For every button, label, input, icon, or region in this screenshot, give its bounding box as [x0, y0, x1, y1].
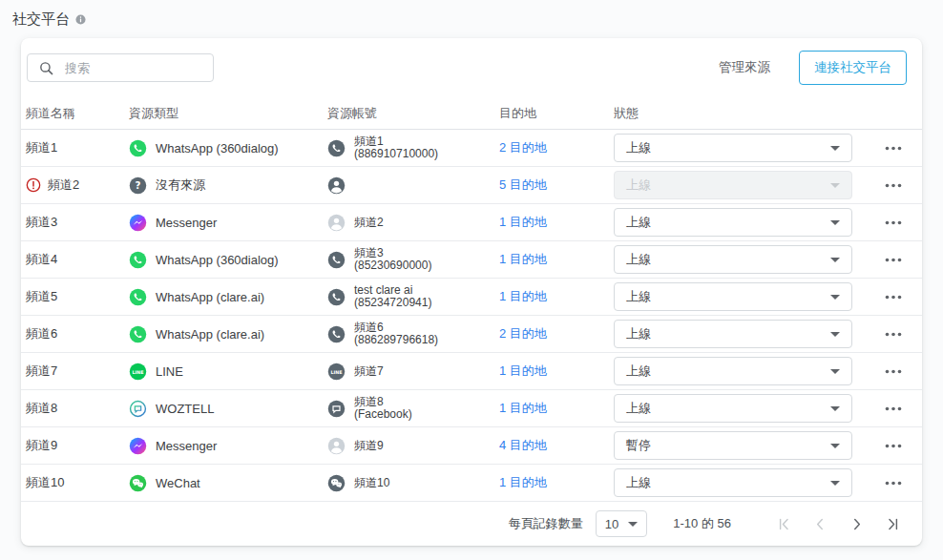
whatsapp-gray-icon — [327, 139, 346, 157]
status-select[interactable]: 上線 — [614, 282, 852, 311]
line-gray-icon: LINE — [327, 363, 346, 381]
status-value: 上線 — [626, 325, 651, 342]
status-value: 上線 — [626, 139, 651, 156]
search-input[interactable] — [63, 60, 205, 76]
status-select[interactable]: 上線 — [614, 245, 852, 274]
svg-text:LINE: LINE — [330, 369, 342, 374]
channel-name: 頻道3 — [26, 214, 57, 231]
table-row: 頻道7 LINE LINE LINE 頻道7 1 目的地 上線 — [21, 353, 922, 390]
table-row: 頻道2 ? 沒有來源 5 目的地 上線 — [21, 167, 922, 204]
column-header-destination: 目的地 — [499, 105, 614, 122]
destination-link[interactable]: 1 目的地 — [499, 289, 547, 303]
more-dots-icon — [885, 369, 902, 374]
toolbar: 管理來源 連接社交平台 — [21, 38, 922, 97]
destination-link[interactable]: 4 目的地 — [499, 438, 547, 452]
more-dots-icon — [885, 183, 902, 188]
rows-per-page-select[interactable]: 10 — [596, 510, 647, 537]
more-dots-icon — [885, 332, 902, 337]
table-body: 頻道1 WhatsApp (360dialog) 頻道1 (8869107100… — [21, 130, 922, 502]
more-actions-button[interactable] — [877, 140, 910, 156]
table-row: 頻道1 WhatsApp (360dialog) 頻道1 (8869107100… — [21, 130, 922, 167]
more-dots-icon — [885, 481, 902, 486]
table-row: 頻道6 WhatsApp (clare.ai) 頻道6 (88628979661… — [21, 316, 922, 353]
whatsapp-icon — [129, 325, 147, 343]
pagination-range-label: 1-10 的 56 — [673, 515, 731, 532]
status-select[interactable]: 上線 — [614, 394, 852, 423]
line-icon: LINE — [129, 363, 147, 381]
status-value: 暫停 — [626, 437, 651, 454]
more-actions-button[interactable] — [877, 215, 910, 231]
whatsapp-icon — [129, 139, 147, 157]
column-header-resource-type: 資源類型 — [129, 105, 327, 122]
more-actions-button[interactable] — [877, 438, 910, 454]
chevron-down-icon — [830, 332, 840, 337]
destination-link[interactable]: 1 目的地 — [499, 401, 547, 415]
more-actions-button[interactable] — [877, 326, 910, 342]
column-header-status: 狀態 — [614, 105, 864, 122]
resource-type-label: WhatsApp (clare.ai) — [156, 327, 264, 342]
status-select[interactable]: 上線 — [614, 320, 852, 348]
search-box[interactable] — [27, 53, 214, 82]
status-select[interactable]: 上線 — [614, 468, 852, 497]
more-dots-icon — [885, 406, 902, 411]
resource-type-label: WhatsApp (360dialog) — [156, 253, 279, 267]
table-row: 頻道4 WhatsApp (360dialog) 頻道3 (8523069000… — [21, 241, 922, 279]
page-header: 社交平台 — [0, 0, 943, 29]
previous-page-button[interactable] — [810, 514, 830, 534]
chevron-down-icon — [830, 369, 840, 374]
wechat-gray-icon — [327, 474, 346, 492]
destination-link[interactable]: 1 目的地 — [499, 252, 547, 266]
last-page-icon — [885, 516, 901, 532]
whatsapp-icon — [129, 251, 147, 269]
more-dots-icon — [885, 220, 902, 225]
svg-text:LINE: LINE — [132, 369, 143, 374]
woztell-icon — [129, 400, 147, 418]
account-line1: 頻道2 — [354, 217, 384, 230]
status-select[interactable]: 暫停 — [614, 431, 852, 460]
status-select[interactable]: 上線 — [614, 171, 852, 199]
more-actions-button[interactable] — [877, 363, 910, 380]
destination-link[interactable]: 1 目的地 — [499, 363, 547, 378]
whatsapp-icon — [129, 288, 147, 306]
more-actions-button[interactable] — [877, 475, 910, 491]
resource-type-label: WhatsApp (360dialog) — [156, 141, 279, 156]
rows-per-page-label: 每頁記錄數量 — [509, 515, 583, 532]
resource-type-label: 沒有來源 — [156, 176, 205, 194]
destination-link[interactable]: 1 目的地 — [499, 475, 547, 489]
connect-social-platform-button[interactable]: 連接社交平台 — [799, 51, 907, 85]
more-actions-button[interactable] — [877, 177, 910, 194]
chevron-left-icon — [812, 516, 828, 532]
destination-link[interactable]: 1 目的地 — [499, 215, 547, 229]
channel-name: 頻道10 — [26, 474, 64, 491]
status-value: 上線 — [626, 176, 651, 194]
status-value: 上線 — [626, 363, 651, 380]
account-line1: 頻道7 — [354, 365, 384, 379]
first-page-button[interactable] — [774, 514, 794, 534]
more-actions-button[interactable] — [877, 289, 910, 305]
status-value: 上線 — [626, 288, 651, 305]
more-actions-button[interactable] — [877, 401, 910, 417]
destination-link[interactable]: 2 目的地 — [499, 140, 547, 155]
account-line1: 頻道3 — [354, 247, 431, 260]
pagination-footer: 每頁記錄數量 10 1-10 的 56 — [21, 502, 922, 546]
manage-sources-button[interactable]: 管理來源 — [713, 58, 776, 77]
table-row: 頻道5 WhatsApp (clare.ai) test clare ai (8… — [21, 279, 922, 316]
column-header-channel-name: 頻道名稱 — [21, 105, 129, 122]
next-page-button[interactable] — [847, 514, 867, 534]
status-value: 上線 — [626, 400, 651, 417]
last-page-button[interactable] — [883, 514, 903, 534]
status-select[interactable]: 上線 — [614, 357, 852, 385]
destination-link[interactable]: 5 目的地 — [499, 177, 547, 192]
more-actions-button[interactable] — [877, 252, 910, 268]
whatsapp-gray-icon — [327, 288, 346, 306]
destination-link[interactable]: 2 目的地 — [499, 326, 547, 341]
account-line1: test clare ai — [354, 284, 431, 298]
chevron-down-icon — [830, 444, 840, 448]
page-title: 社交平台 — [12, 10, 70, 29]
status-select[interactable]: 上線 — [614, 208, 852, 237]
channel-name: 頻道8 — [26, 400, 57, 417]
status-value: 上線 — [626, 214, 651, 231]
status-select[interactable]: 上線 — [614, 134, 852, 162]
wechat-icon — [129, 474, 147, 492]
resource-type-label: Messenger — [156, 216, 217, 230]
